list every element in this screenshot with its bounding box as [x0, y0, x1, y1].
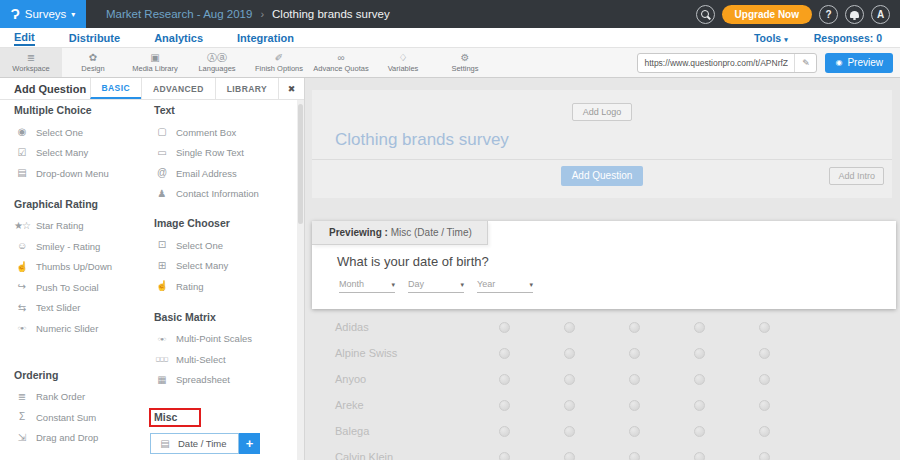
question-type-label: Push To Social	[36, 282, 99, 293]
section-basic-matrix: Basic Matrix○●○Multi-Point Scales◻◻◻Mult…	[154, 311, 304, 391]
qtype-select-many[interactable]: ☑Select Many	[14, 143, 154, 164]
radio-button[interactable]	[564, 322, 575, 333]
add-question-button[interactable]: Add Question	[561, 166, 644, 186]
top-bar: Ɂ Surveys ▾ Market Research - Aug 2019 ›…	[0, 0, 900, 28]
avatar[interactable]: A	[871, 5, 890, 24]
radio-button[interactable]	[694, 348, 705, 359]
nav-distribute[interactable]: Distribute	[69, 30, 120, 45]
qtype-thumbs-up-down[interactable]: ☝Thumbs Up/Down	[14, 257, 154, 278]
qtype-date-time[interactable]: ▤Date / Time	[150, 433, 239, 454]
responses-count[interactable]: Responses: 0	[814, 32, 882, 44]
preview-button[interactable]: ◉ Preview	[825, 53, 893, 73]
help-button[interactable]: ?	[819, 5, 838, 24]
radio-button[interactable]	[694, 322, 705, 333]
survey-url-input[interactable]	[638, 58, 794, 68]
radio-button[interactable]	[629, 322, 640, 333]
previewing-tab: Previewing : Misc (Date / Time)	[312, 221, 488, 245]
qtype-star-rating[interactable]: ★☆Star Rating	[14, 216, 154, 237]
toolbar-settings[interactable]: ⚙Settings	[434, 48, 496, 77]
radio-button[interactable]	[629, 400, 640, 411]
upgrade-now-button[interactable]: Upgrade Now	[722, 5, 812, 24]
notifications-button[interactable]	[845, 5, 864, 24]
qtype-spreadsheet[interactable]: ▦Spreadsheet	[154, 370, 304, 391]
qtype-smiley-rating[interactable]: ☺Smiley - Rating	[14, 236, 154, 257]
survey-title[interactable]: Clothing brands survey	[335, 130, 892, 150]
radio-button[interactable]	[759, 452, 770, 460]
qtype-numeric-slider[interactable]: ○●○Numeric Slider	[14, 318, 154, 339]
qtype-text-slider[interactable]: ⇆Text Slider	[14, 298, 154, 319]
edit-toolbar: ≣Workspace✿Design▣Media LibraryⒶⓐLanguag…	[0, 48, 900, 78]
qtype-contact-information[interactable]: ♟Contact Information	[154, 184, 304, 205]
radio-button[interactable]	[564, 348, 575, 359]
radio-button[interactable]	[629, 452, 640, 460]
radio-button[interactable]	[694, 374, 705, 385]
radio-button[interactable]	[759, 322, 770, 333]
year-dropdown[interactable]: Year▾	[477, 279, 533, 293]
toolbar-finish-options[interactable]: ✐Finish Options	[248, 48, 310, 77]
radio-button[interactable]	[694, 400, 705, 411]
nav-analytics[interactable]: Analytics	[154, 30, 203, 45]
nav-edit[interactable]: Edit	[14, 29, 35, 46]
tab-basic[interactable]: BASIC	[90, 78, 141, 99]
add-date-time-button[interactable]: +	[239, 433, 260, 454]
toolbar-media-library[interactable]: ▣Media Library	[124, 48, 186, 77]
add-logo-button[interactable]: Add Logo	[572, 103, 633, 121]
toolbar-languages[interactable]: ⒶⓐLanguages	[186, 48, 248, 77]
qtype-select-one[interactable]: ◉Select One	[14, 122, 154, 143]
nav-integration[interactable]: Integration	[237, 30, 294, 45]
qtype-email-address[interactable]: @Email Address	[154, 163, 304, 184]
qtype-multi-select[interactable]: ◻◻◻Multi-Select	[154, 349, 304, 370]
toolbar-variables[interactable]: ♢Variables	[372, 48, 434, 77]
close-panel-button[interactable]: ✖	[278, 78, 304, 99]
qtype-select-one[interactable]: ⊡Select One	[154, 235, 304, 256]
radio-button[interactable]	[499, 426, 510, 437]
radio-button[interactable]	[564, 400, 575, 411]
qtype-single-row-text[interactable]: ▭Single Row Text	[154, 143, 304, 164]
day-dropdown[interactable]: Day▾	[408, 279, 464, 293]
radio-button[interactable]	[499, 322, 510, 333]
radio-button[interactable]	[564, 374, 575, 385]
tools-menu[interactable]: Tools▾	[754, 32, 788, 44]
radio-button[interactable]	[759, 374, 770, 385]
qtype-drag-and-drop[interactable]: ⇲Drag and Drop	[14, 428, 154, 449]
radio-button[interactable]	[694, 452, 705, 460]
qtype-multi-point-scales[interactable]: ○●○Multi-Point Scales	[154, 329, 304, 350]
breadcrumb-current: Clothing brands survey	[272, 8, 390, 20]
add-intro-button[interactable]: Add Intro	[829, 167, 884, 185]
qtype-select-many[interactable]: ⊞Select Many	[154, 256, 304, 277]
radio-button[interactable]	[759, 426, 770, 437]
tab-library[interactable]: LIBRARY	[215, 78, 278, 99]
section-title: Multiple Choice	[14, 104, 92, 116]
search-button[interactable]	[696, 5, 715, 24]
radio-button[interactable]	[564, 426, 575, 437]
radio-button[interactable]	[629, 374, 640, 385]
qtype-constant-sum[interactable]: ΣConstant Sum	[14, 407, 154, 428]
multi-point-scales-icon: ○●○	[154, 334, 169, 344]
panel-scrollbar[interactable]	[297, 100, 304, 460]
qtype-rating[interactable]: ☝Rating	[154, 276, 304, 297]
month-dropdown[interactable]: Month▾	[339, 279, 395, 293]
toolbar-design[interactable]: ✿Design	[62, 48, 124, 77]
radio-button[interactable]	[499, 374, 510, 385]
radio-button[interactable]	[694, 426, 705, 437]
radio-button[interactable]	[759, 348, 770, 359]
radio-button[interactable]	[564, 452, 575, 460]
breadcrumb-folder[interactable]: Market Research - Aug 2019	[106, 8, 252, 20]
edit-url-button[interactable]: ✎	[794, 54, 816, 72]
surveys-menu[interactable]: Ɂ Surveys ▾	[0, 0, 86, 28]
radio-button[interactable]	[759, 400, 770, 411]
radio-button[interactable]	[499, 400, 510, 411]
radio-button[interactable]	[629, 426, 640, 437]
image-rating-icon: ☝	[154, 281, 169, 291]
qtype-rank-order[interactable]: ≣Rank Order	[14, 387, 154, 408]
toolbar-workspace[interactable]: ≣Workspace	[0, 48, 62, 77]
qtype-comment-box[interactable]: ▢Comment Box	[154, 122, 304, 143]
qtype-drop-down-menu[interactable]: ▤Drop-down Menu	[14, 163, 154, 184]
radio-button[interactable]	[629, 348, 640, 359]
qtype-push-to-social[interactable]: ↪Push To Social	[14, 277, 154, 298]
radio-button[interactable]	[499, 348, 510, 359]
radio-button[interactable]	[499, 452, 510, 460]
toolbar-advance-quotas[interactable]: ∞Advance Quotas	[310, 48, 372, 77]
person-icon: ♟	[154, 189, 169, 199]
tab-advanced[interactable]: ADVANCED	[141, 78, 215, 99]
